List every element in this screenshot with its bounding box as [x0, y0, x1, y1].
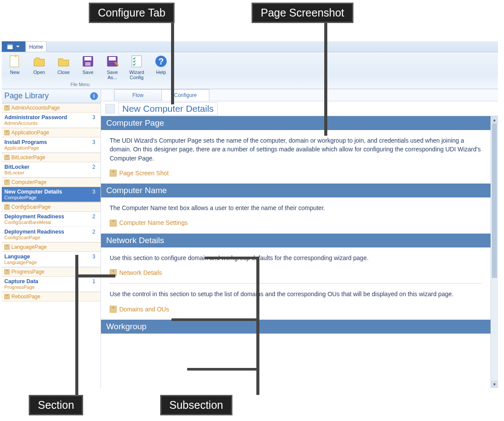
- chevron-up-icon: ˄: [4, 180, 10, 185]
- library-item[interactable]: Capture DataProgressPage1: [2, 277, 101, 292]
- section-header: Workgroup: [101, 320, 491, 334]
- library-item-sub: ConfigScanBareMetal: [4, 220, 90, 225]
- library-item[interactable]: BitLockerBitLocker2: [2, 162, 101, 177]
- library-item-name: New Computer Details: [4, 189, 90, 195]
- library-item[interactable]: Install ProgramsApplicationPage3: [2, 137, 101, 153]
- checklist-icon: [131, 55, 142, 68]
- library-item-count: 2: [90, 164, 98, 170]
- section-header: Computer Name: [101, 184, 491, 197]
- callout-subsection: Subsection: [160, 395, 232, 415]
- library-group-header[interactable]: ˄ConfigScanPage: [2, 202, 101, 212]
- library-group-header[interactable]: ˄BitLockerPage: [2, 153, 101, 162]
- library-item-count: 2: [90, 229, 98, 235]
- page-title: New Computer Details: [118, 102, 218, 115]
- library-item[interactable]: Deployment ReadinessConfigScanPage2: [2, 227, 101, 242]
- library-item[interactable]: New Computer DetailsComputerPage3: [2, 187, 101, 202]
- info-icon[interactable]: i: [90, 92, 98, 100]
- library-group-header[interactable]: ˄ComputerPage: [2, 177, 101, 187]
- folder-icon: [57, 56, 70, 67]
- folder-open-icon: [33, 56, 45, 67]
- callout-line: [205, 257, 259, 259]
- library-item-count: 3: [90, 139, 98, 145]
- library-group-header[interactable]: ˄RebootPage: [2, 292, 101, 301]
- library-group-label: LanguagePage: [11, 244, 47, 250]
- scroll-up-arrow[interactable]: ▲: [491, 116, 498, 124]
- sub-toggle[interactable]: ˅Computer Name Settings: [110, 218, 482, 227]
- library-group-label: RebootPage: [11, 294, 40, 300]
- help-button[interactable]: ? Help: [151, 54, 171, 75]
- callout-line: [75, 274, 115, 277]
- help-icon: ?: [155, 55, 167, 67]
- library-item-name: Deployment Readiness: [4, 229, 90, 235]
- library-item[interactable]: Deployment ReadinessConfigScanBareMetal2: [2, 212, 101, 227]
- tab-flow[interactable]: Flow: [114, 89, 162, 101]
- library-item-count: 3: [90, 189, 98, 195]
- callout-line: [324, 23, 327, 136]
- sub-toggle[interactable]: ˅Network Details: [110, 268, 482, 277]
- sub-toggle[interactable]: ˅Domains and OUs: [110, 305, 482, 314]
- library-item-sub: AdminAccounts: [4, 120, 90, 126]
- library-group-header[interactable]: ˄LanguagePage: [2, 242, 101, 252]
- library-group-label: ProgressPage: [11, 269, 44, 275]
- scroll-thumb[interactable]: [492, 124, 497, 278]
- content-scroll[interactable]: Computer PageThe UDI Wizard's Computer P…: [101, 116, 491, 388]
- sub-toggle[interactable]: ˅Page Screen Shot: [110, 169, 482, 177]
- save-as-button[interactable]: Save As...: [102, 54, 123, 80]
- library-item-count: 2: [90, 214, 98, 220]
- content-tabstrip: Flow Configure: [101, 89, 498, 101]
- library-group-label: BitLockerPage: [11, 154, 45, 160]
- callout-line: [75, 255, 78, 277]
- chevron-down-icon: ˅: [110, 220, 117, 227]
- callout-section: Section: [29, 395, 83, 415]
- save-as-icon: [106, 55, 118, 67]
- callout-line: [171, 318, 259, 321]
- callout-page-screenshot: Page Screenshot: [252, 3, 353, 23]
- library-group-label: ComputerPage: [11, 179, 47, 185]
- callout-line: [256, 258, 259, 395]
- chevron-up-icon: ˄: [4, 244, 10, 250]
- wizard-config-button[interactable]: Wizard Config: [126, 54, 147, 80]
- chevron-up-icon: ˄: [4, 155, 10, 160]
- page-icon: [105, 104, 115, 114]
- library-group-header[interactable]: ˄AdminAccountsPage: [2, 103, 101, 113]
- open-button[interactable]: Open: [29, 54, 50, 75]
- app-menu-button[interactable]: [2, 41, 26, 52]
- library-group-header[interactable]: ˄ApplicationPage: [2, 128, 101, 137]
- chevron-up-icon: ˄: [4, 204, 10, 210]
- vertical-scrollbar[interactable]: ▲ ▼: [491, 116, 498, 388]
- section-header: Computer Page: [101, 116, 491, 130]
- ribbon-group-label: File Menu: [71, 82, 90, 87]
- sub-toggle-label: Computer Name Settings: [119, 218, 188, 227]
- library-item[interactable]: LanguageLanguagePage3: [2, 252, 101, 267]
- new-doc-icon: [9, 55, 20, 68]
- tab-configure[interactable]: Configure: [161, 89, 209, 101]
- chevron-up-icon: ˄: [4, 105, 10, 110]
- sub-toggle-label: Domains and OUs: [119, 305, 169, 314]
- library-item-name: BitLocker: [4, 164, 90, 170]
- callout-configure-tab: Configure Tab: [89, 3, 175, 23]
- library-item-name: Administrator Password: [4, 114, 90, 120]
- svg-rect-7: [109, 57, 116, 60]
- svg-rect-5: [85, 62, 91, 66]
- library-item-count: 1: [90, 278, 98, 284]
- page-library-panel: Page Library i ˄AdminAccountsPageAdminis…: [2, 89, 101, 388]
- close-button[interactable]: Close: [53, 54, 74, 75]
- library-group-label: ApplicationPage: [11, 130, 49, 136]
- scroll-down-arrow[interactable]: ▼: [491, 381, 498, 388]
- library-item-count: 3: [90, 254, 98, 260]
- section-body: The UDI Wizard's Computer Page sets the …: [101, 130, 491, 184]
- save-icon: [82, 55, 94, 67]
- content-panel: Flow Configure New Computer Details Comp…: [101, 89, 498, 388]
- chevron-up-icon: ˄: [4, 269, 10, 274]
- chevron-up-icon: ˄: [4, 294, 10, 299]
- save-button[interactable]: Save: [77, 54, 98, 75]
- ribbon-tab-home[interactable]: Home: [26, 41, 47, 52]
- page-library-list[interactable]: ˄AdminAccountsPageAdministrator Password…: [2, 103, 101, 388]
- new-button[interactable]: New: [4, 54, 25, 75]
- library-item-sub: ConfigScanPage: [4, 235, 90, 240]
- section-header: Network Details: [101, 234, 491, 247]
- library-item[interactable]: Administrator PasswordAdminAccounts3: [2, 113, 101, 128]
- chevron-up-icon: ˄: [4, 130, 10, 135]
- svg-rect-2: [10, 56, 19, 67]
- library-item-name: Install Programs: [4, 139, 90, 145]
